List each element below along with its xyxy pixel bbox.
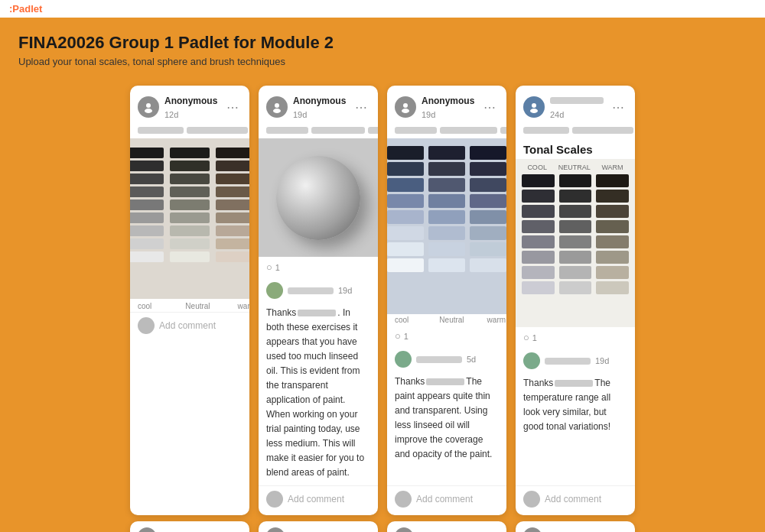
card-2-header: Anonymous 19d ⋯ [259, 86, 378, 125]
label-neutral: Neutral [185, 302, 210, 310]
more-button-3[interactable]: ⋯ [480, 100, 499, 115]
comment-row-3: ○ 1 [387, 326, 506, 346]
swatch [522, 220, 555, 233]
name-bar-4b [572, 127, 633, 134]
card-4-text: ThanksThe temperature range all look ver… [523, 378, 610, 432]
card-1-image [130, 138, 249, 299]
bottom-card-grid: 26d ⋯ Brush Techniques 26d ⋯ [0, 521, 765, 532]
bc2-avatar [266, 527, 285, 532]
swatch [387, 194, 424, 208]
comment-avatar-1 [138, 317, 155, 334]
add-comment-4[interactable]: Add comment [516, 485, 635, 515]
swatch [216, 187, 249, 197]
swatch [170, 174, 210, 184]
svg-point-2 [275, 103, 279, 108]
swatch [522, 205, 555, 218]
bc4-more[interactable]: ⋯ [620, 530, 635, 533]
swatch [387, 226, 424, 240]
col-cool [130, 148, 164, 262]
label-b3: warm [487, 316, 506, 324]
name-bar-2c [368, 127, 378, 134]
swatch [387, 242, 424, 256]
swatch [522, 174, 555, 187]
sphere-drawing [276, 156, 360, 240]
swatch [170, 225, 210, 236]
card-3-header: Anonymous 19d ⋯ [387, 86, 506, 125]
name-bar-row-1 [130, 125, 249, 138]
swatch [559, 281, 592, 294]
name-bar-2a [266, 127, 308, 134]
swatch [596, 235, 629, 248]
top-bar: :Padlet [0, 0, 765, 18]
comment-icon-4: ○ [523, 332, 529, 343]
blurred-name [298, 310, 336, 316]
swatch [559, 266, 592, 279]
bottom-card-2: 26d ⋯ Tonal Sphere [259, 521, 378, 532]
label-cool: cool [138, 302, 151, 310]
bc1-more[interactable]: ⋯ [235, 530, 249, 533]
bc3-more[interactable]: ⋯ [492, 530, 506, 533]
swatch [216, 251, 249, 262]
swatch [130, 200, 164, 210]
reply-header-3: 5d [387, 346, 506, 368]
user-name-2: Anonymous [293, 96, 346, 106]
swatch [130, 161, 164, 171]
swatch [387, 258, 424, 272]
swatch [470, 194, 506, 208]
add-comment-label-3: Add comment [416, 494, 473, 504]
user-name-3: Anonymous [422, 96, 474, 106]
reply-name-bar-4 [545, 358, 591, 365]
bc3-avatar [395, 527, 413, 532]
add-comment-1[interactable]: Add comment [130, 312, 249, 342]
col-warm [216, 148, 249, 262]
reply-name-bar-2 [288, 287, 334, 294]
avatar-2 [266, 96, 288, 118]
swatch [596, 174, 629, 187]
label-cool-4: COOL [527, 164, 547, 171]
swatch [130, 225, 164, 236]
comment-row-2: ○ 1 [259, 257, 378, 277]
card-4-content: ThanksThe temperature range all look ver… [516, 369, 635, 485]
page-title: FINA20026 Group 1 Padlet for Module 2 [18, 33, 747, 53]
swatch [387, 178, 424, 192]
label-b2: Neutral [439, 316, 464, 324]
swatch [596, 220, 629, 233]
swatch [170, 187, 210, 197]
swatch [428, 242, 465, 256]
bottom-card-1: 26d ⋯ Brush Techniques [130, 521, 249, 532]
add-comment-3[interactable]: Add comment [387, 485, 506, 515]
more-button-4[interactable]: ⋯ [609, 100, 627, 115]
reply-avatar-4 [523, 352, 540, 369]
add-comment-2[interactable]: Add comment [259, 485, 378, 515]
card-2-text: Thanks. In both these exercises it appea… [266, 307, 364, 478]
comment-icon-2: ○ [266, 261, 272, 273]
reply-name-bar-3 [416, 356, 462, 363]
bc2-more[interactable]: ⋯ [363, 530, 378, 533]
name-bar-row-2 [259, 125, 378, 138]
name-bar-2b [311, 127, 365, 134]
swatch [170, 148, 210, 158]
bc3-header: 26d ⋯ [387, 521, 506, 532]
bc4-avatar [523, 527, 542, 532]
comment-avatar-4 [523, 491, 540, 508]
col-c1 [522, 174, 555, 323]
label-warm: warm [238, 302, 249, 310]
swatch [522, 266, 555, 279]
svg-point-3 [273, 109, 281, 113]
swatch [596, 190, 629, 203]
swatch [470, 242, 506, 256]
card-3: Anonymous 19d ⋯ [387, 86, 506, 515]
swatch [428, 258, 465, 272]
more-button-1[interactable]: ⋯ [223, 100, 242, 115]
blurred-name-4 [555, 380, 593, 387]
swatch [559, 174, 592, 187]
col-b2 [428, 146, 465, 272]
more-button-2[interactable]: ⋯ [352, 100, 370, 115]
card-2-image [259, 138, 378, 257]
add-comment-label-1: Add comment [159, 320, 216, 331]
col-c3 [596, 174, 629, 323]
swatch [216, 225, 249, 236]
swatch [387, 210, 424, 224]
swatch [170, 161, 210, 171]
scale-labels: cool Neutral warm [130, 299, 249, 312]
